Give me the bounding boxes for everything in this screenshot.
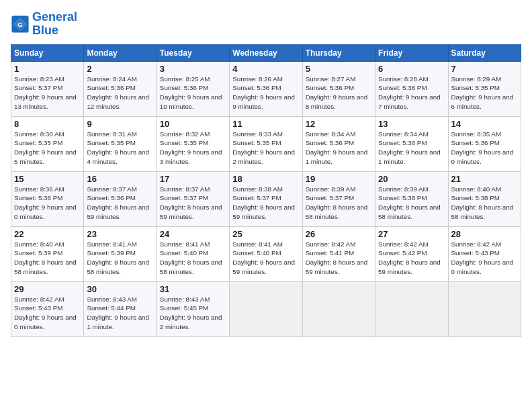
table-row	[302, 281, 375, 336]
sunrise-text: Sunrise: 8:43 AM	[160, 295, 226, 304]
day-info: Sunrise: 8:27 AM Sunset: 5:36 PM Dayligh…	[306, 75, 372, 111]
calendar-page: G General Blue Sunday Monday Tuesday Wed…	[0, 0, 532, 411]
table-row: 14 Sunrise: 8:35 AM Sunset: 5:36 PM Dayl…	[448, 116, 521, 171]
sunset-text: Sunset: 5:36 PM	[306, 83, 372, 93]
day-info: Sunrise: 8:28 AM Sunset: 5:36 PM Dayligh…	[378, 75, 445, 111]
daylight-text: Daylight: 9 hours and 1 minute.	[306, 148, 372, 166]
sunrise-text: Sunrise: 8:43 AM	[87, 295, 153, 304]
logo: G General Blue	[11, 11, 77, 38]
sunset-text: Sunset: 5:37 PM	[232, 193, 299, 203]
daylight-text: Daylight: 9 hours and 2 minutes.	[232, 148, 299, 166]
table-row: 2 Sunrise: 8:24 AM Sunset: 5:36 PM Dayli…	[84, 61, 157, 116]
sunrise-text: Sunrise: 8:36 AM	[14, 185, 81, 194]
table-row: 12 Sunrise: 8:34 AM Sunset: 5:36 PM Dayl…	[302, 116, 375, 171]
calendar-week-row: 8 Sunrise: 8:30 AM Sunset: 5:35 PM Dayli…	[11, 116, 521, 171]
day-info: Sunrise: 8:35 AM Sunset: 5:36 PM Dayligh…	[451, 130, 518, 167]
daylight-text: Daylight: 9 hours and 13 minutes.	[14, 93, 81, 111]
sunrise-text: Sunrise: 8:23 AM	[14, 75, 81, 84]
col-sunday: Sunday	[11, 44, 84, 61]
daylight-text: Daylight: 8 hours and 59 minutes.	[306, 258, 372, 276]
table-row: 16 Sunrise: 8:37 AM Sunset: 5:36 PM Dayl…	[84, 171, 157, 226]
sunset-text: Sunset: 5:35 PM	[160, 138, 226, 148]
day-number: 30	[87, 284, 153, 294]
sunrise-text: Sunrise: 8:37 AM	[160, 185, 226, 194]
logo-icon: G	[11, 15, 30, 34]
sunset-text: Sunset: 5:45 PM	[160, 304, 226, 313]
table-row	[230, 281, 302, 336]
calendar-week-row: 15 Sunrise: 8:36 AM Sunset: 5:36 PM Dayl…	[11, 171, 521, 226]
sunrise-text: Sunrise: 8:26 AM	[232, 75, 299, 84]
daylight-text: Daylight: 9 hours and 5 minutes.	[14, 148, 81, 166]
day-info: Sunrise: 8:42 AM Sunset: 5:43 PM Dayligh…	[14, 295, 81, 332]
day-info: Sunrise: 8:34 AM Sunset: 5:36 PM Dayligh…	[378, 130, 445, 167]
table-row: 18 Sunrise: 8:38 AM Sunset: 5:37 PM Dayl…	[230, 171, 302, 226]
sunrise-text: Sunrise: 8:35 AM	[451, 130, 518, 139]
table-row: 13 Sunrise: 8:34 AM Sunset: 5:36 PM Dayl…	[375, 116, 448, 171]
day-number: 13	[378, 119, 445, 129]
daylight-text: Daylight: 8 hours and 58 minutes.	[451, 203, 518, 221]
col-friday: Friday	[375, 44, 448, 61]
day-info: Sunrise: 8:33 AM Sunset: 5:35 PM Dayligh…	[232, 130, 299, 167]
sunset-text: Sunset: 5:36 PM	[14, 193, 81, 203]
daylight-text: Daylight: 8 hours and 59 minutes.	[378, 258, 445, 276]
sunset-text: Sunset: 5:36 PM	[306, 138, 372, 148]
table-row: 8 Sunrise: 8:30 AM Sunset: 5:35 PM Dayli…	[11, 116, 84, 171]
day-number: 31	[160, 284, 226, 294]
sunset-text: Sunset: 5:42 PM	[378, 248, 445, 258]
table-row: 6 Sunrise: 8:28 AM Sunset: 5:36 PM Dayli…	[375, 61, 448, 116]
day-number: 12	[306, 119, 372, 129]
sunrise-text: Sunrise: 8:24 AM	[87, 75, 153, 84]
sunrise-text: Sunrise: 8:39 AM	[306, 185, 372, 194]
day-info: Sunrise: 8:25 AM Sunset: 5:36 PM Dayligh…	[160, 75, 226, 111]
table-row: 23 Sunrise: 8:41 AM Sunset: 5:39 PM Dayl…	[84, 226, 157, 281]
sunrise-text: Sunrise: 8:32 AM	[160, 130, 226, 139]
daylight-text: Daylight: 9 hours and 0 minutes.	[14, 313, 81, 331]
daylight-text: Daylight: 8 hours and 58 minutes.	[306, 203, 372, 221]
page-header: G General Blue	[11, 11, 521, 38]
sunset-text: Sunset: 5:36 PM	[451, 138, 518, 148]
day-info: Sunrise: 8:37 AM Sunset: 5:37 PM Dayligh…	[160, 185, 226, 222]
daylight-text: Daylight: 8 hours and 58 minutes.	[14, 258, 81, 276]
table-row: 4 Sunrise: 8:26 AM Sunset: 5:36 PM Dayli…	[230, 61, 302, 116]
day-number: 5	[306, 64, 372, 74]
col-saturday: Saturday	[448, 44, 521, 61]
sunrise-text: Sunrise: 8:27 AM	[306, 75, 372, 84]
table-row: 24 Sunrise: 8:41 AM Sunset: 5:40 PM Dayl…	[157, 226, 229, 281]
daylight-text: Daylight: 8 hours and 58 minutes.	[160, 258, 226, 276]
sunset-text: Sunset: 5:35 PM	[451, 83, 518, 93]
day-number: 24	[160, 229, 226, 239]
day-number: 10	[160, 119, 226, 129]
logo-text-blue: Blue	[32, 24, 77, 38]
day-number: 26	[306, 229, 372, 239]
table-row: 31 Sunrise: 8:43 AM Sunset: 5:45 PM Dayl…	[157, 281, 229, 336]
sunrise-text: Sunrise: 8:41 AM	[160, 240, 226, 249]
sunrise-text: Sunrise: 8:31 AM	[87, 130, 153, 139]
daylight-text: Daylight: 9 hours and 10 minutes.	[160, 93, 226, 111]
sunset-text: Sunset: 5:44 PM	[87, 304, 153, 313]
table-row: 17 Sunrise: 8:37 AM Sunset: 5:37 PM Dayl…	[157, 171, 229, 226]
day-info: Sunrise: 8:41 AM Sunset: 5:40 PM Dayligh…	[160, 240, 226, 277]
col-monday: Monday	[84, 44, 157, 61]
day-number: 16	[87, 174, 153, 184]
daylight-text: Daylight: 9 hours and 0 minutes.	[14, 203, 81, 221]
day-info: Sunrise: 8:41 AM Sunset: 5:40 PM Dayligh…	[232, 240, 299, 277]
day-number: 7	[451, 64, 518, 74]
daylight-text: Daylight: 9 hours and 4 minutes.	[87, 148, 153, 166]
sunrise-text: Sunrise: 8:42 AM	[378, 240, 445, 249]
col-thursday: Thursday	[302, 44, 375, 61]
sunset-text: Sunset: 5:36 PM	[87, 193, 153, 203]
day-number: 1	[14, 64, 81, 74]
sunrise-text: Sunrise: 8:39 AM	[378, 185, 445, 194]
col-wednesday: Wednesday	[230, 44, 302, 61]
day-number: 29	[14, 284, 81, 294]
day-info: Sunrise: 8:31 AM Sunset: 5:35 PM Dayligh…	[87, 130, 153, 167]
day-info: Sunrise: 8:42 AM Sunset: 5:43 PM Dayligh…	[451, 240, 518, 277]
table-row: 26 Sunrise: 8:42 AM Sunset: 5:41 PM Dayl…	[302, 226, 375, 281]
day-info: Sunrise: 8:29 AM Sunset: 5:35 PM Dayligh…	[451, 75, 518, 111]
day-number: 23	[87, 229, 153, 239]
sunrise-text: Sunrise: 8:29 AM	[451, 75, 518, 84]
day-info: Sunrise: 8:43 AM Sunset: 5:44 PM Dayligh…	[87, 295, 153, 332]
day-info: Sunrise: 8:42 AM Sunset: 5:42 PM Dayligh…	[378, 240, 445, 277]
sunset-text: Sunset: 5:43 PM	[451, 248, 518, 258]
sunrise-text: Sunrise: 8:38 AM	[232, 185, 299, 194]
